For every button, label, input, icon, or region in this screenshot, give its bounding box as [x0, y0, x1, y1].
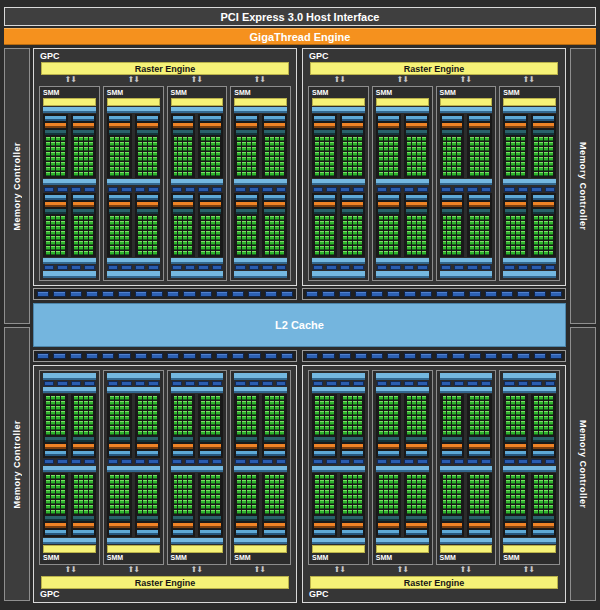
cuda-core	[206, 396, 210, 400]
cuda-core	[120, 401, 124, 405]
cuda-core	[506, 421, 510, 425]
cuda-core	[516, 431, 520, 435]
cuda-core	[115, 396, 119, 400]
cuda-core	[511, 426, 515, 430]
cuda-core	[56, 152, 60, 156]
core-grid	[109, 475, 130, 514]
dispatch-unit-bar	[109, 516, 130, 521]
cuda-core	[539, 231, 543, 235]
cuda-core	[143, 396, 147, 400]
cuda-core	[211, 216, 215, 220]
cuda-core	[138, 406, 142, 410]
cuda-core	[343, 431, 347, 435]
cuda-core	[330, 251, 334, 255]
cuda-core	[153, 162, 157, 166]
cuda-core	[475, 152, 479, 156]
cuda-core	[422, 147, 426, 151]
cuda-core	[480, 411, 484, 415]
cuda-core	[452, 137, 456, 141]
instruction-cache-bar	[312, 538, 365, 544]
cuda-core	[394, 426, 398, 430]
processing-block	[340, 193, 365, 257]
smm-row: SMMSMMSMMSMM	[308, 370, 560, 565]
cuda-core	[447, 157, 451, 161]
cuda-core	[480, 426, 484, 430]
cuda-core	[89, 411, 93, 415]
cuda-core	[89, 142, 93, 146]
cuda-core	[125, 495, 129, 499]
cuda-core	[320, 495, 324, 499]
cuda-core	[275, 137, 279, 141]
cuda-core	[320, 485, 324, 489]
cuda-core	[237, 167, 241, 171]
crossbar-segment	[248, 291, 260, 297]
cuda-core	[120, 421, 124, 425]
processing-block-pair	[312, 114, 365, 178]
cuda-core	[511, 236, 515, 240]
cuda-core	[242, 500, 246, 504]
cuda-core	[183, 421, 187, 425]
cuda-core	[201, 236, 205, 240]
dispatch-unit-bar	[45, 516, 66, 521]
dispatch-unit-bar	[73, 130, 94, 135]
cuda-core	[265, 157, 269, 161]
cuda-core	[394, 416, 398, 420]
cuda-core	[46, 431, 50, 435]
cuda-core	[353, 221, 357, 225]
cuda-core	[79, 426, 83, 430]
cuda-core	[216, 172, 220, 176]
cuda-core	[417, 401, 421, 405]
cuda-core	[174, 475, 178, 479]
dispatch-unit-bar	[264, 437, 285, 442]
cuda-core	[470, 172, 474, 176]
cuda-core	[521, 505, 525, 509]
cuda-core	[343, 411, 347, 415]
cuda-core	[407, 485, 411, 489]
cuda-core	[148, 246, 152, 250]
cuda-core	[201, 510, 205, 514]
cuda-core	[61, 426, 65, 430]
gpc-box: GPCRaster Engine⬆⬇⬆⬇⬆⬇⬆⬇SMMSMMSMMSMM	[302, 365, 566, 603]
cuda-core	[270, 246, 274, 250]
cuda-core	[56, 142, 60, 146]
cuda-core	[379, 216, 383, 220]
cuda-core	[79, 401, 83, 405]
cuda-core	[61, 172, 65, 176]
cuda-core	[506, 500, 510, 504]
processing-block-pair	[376, 473, 429, 537]
cuda-core	[358, 416, 362, 420]
cuda-core	[46, 505, 50, 509]
cuda-core	[544, 421, 548, 425]
cuda-core	[265, 510, 269, 514]
cuda-core	[475, 495, 479, 499]
smm-label: SMM	[107, 89, 160, 97]
cuda-core	[315, 485, 319, 489]
cuda-core	[178, 401, 182, 405]
cuda-core	[353, 500, 357, 504]
tex-unit	[44, 265, 54, 270]
cuda-core	[506, 396, 510, 400]
cuda-core	[174, 142, 178, 146]
tex-unit	[531, 381, 541, 386]
cuda-core	[358, 426, 362, 430]
cuda-core	[280, 505, 284, 509]
texture-l1-cache-bar	[171, 258, 224, 264]
cuda-core	[511, 216, 515, 220]
memory-controller-left-top: Memory Controller	[4, 48, 30, 324]
memory-controller-left-bottom: Memory Controller	[4, 327, 30, 601]
cuda-core	[206, 157, 210, 161]
cuda-core	[201, 142, 205, 146]
cuda-core	[270, 421, 274, 425]
cuda-core	[148, 426, 152, 430]
cuda-core	[480, 505, 484, 509]
tex-unit	[531, 265, 541, 270]
texture-l1-cache-bar	[440, 466, 493, 472]
cuda-core	[206, 406, 210, 410]
cuda-core	[178, 490, 182, 494]
processing-block	[171, 114, 196, 178]
cuda-core	[51, 426, 55, 430]
cuda-core	[56, 480, 60, 484]
tex-unit	[353, 381, 363, 386]
cuda-core	[275, 406, 279, 410]
cuda-core	[348, 231, 352, 235]
